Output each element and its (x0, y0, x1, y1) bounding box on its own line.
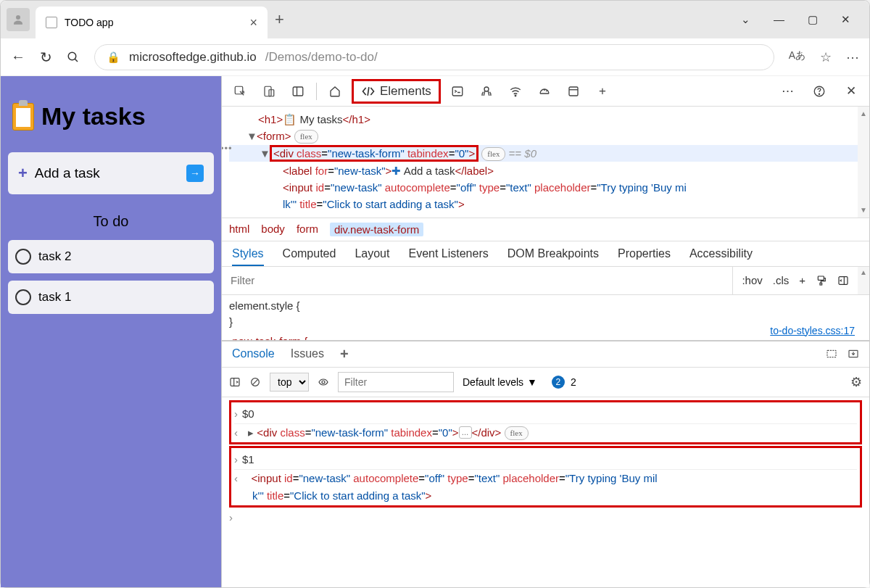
tab-issues[interactable]: Issues (291, 347, 324, 360)
task-item[interactable]: task 1 (8, 281, 214, 314)
elements-label: Elements (380, 84, 431, 99)
tab-layout[interactable]: Layout (355, 247, 389, 260)
element-style-selector: element.style { (229, 298, 862, 315)
hov-toggle[interactable]: :hov (742, 274, 762, 286)
tab-elements[interactable]: Elements (352, 79, 441, 104)
console-input-1: $1 (242, 453, 254, 465)
styles-scrollbar[interactable]: ▲ (858, 267, 869, 294)
clipboard-icon (12, 103, 34, 131)
crumb-form[interactable]: form (297, 223, 318, 236)
tab-accessibility[interactable]: Accessibility (689, 247, 753, 260)
expand-icon[interactable]: ▼ (260, 145, 270, 162)
plus-icon: + (18, 164, 28, 183)
task-radio-icon[interactable] (15, 249, 31, 265)
more-tabs-icon[interactable]: + (590, 80, 615, 102)
crumb-html[interactable]: html (229, 223, 249, 236)
expand-icon[interactable]: ▼ (246, 128, 257, 144)
url-input[interactable]: 🔒 microsoftedge.github.io/Demos/demo-to-… (94, 44, 774, 70)
console-icon[interactable] (445, 80, 470, 102)
add-drawer-tab-icon[interactable]: + (340, 346, 349, 363)
drawer-dock-icon[interactable] (848, 348, 859, 360)
dom-tree[interactable]: ••• <h1>📋 My tasks</h1> ▼<form> flex ▼<d… (222, 107, 869, 218)
drawer-expand-icon[interactable] (826, 348, 837, 360)
console-sidebar-icon[interactable] (229, 376, 241, 388)
application-icon[interactable] (561, 80, 586, 102)
svg-line-2 (75, 59, 78, 62)
tab-computed[interactable]: Computed (283, 247, 336, 260)
favorite-button[interactable]: ☆ (820, 49, 832, 65)
paint-icon[interactable] (816, 275, 827, 286)
performance-icon[interactable] (532, 80, 557, 102)
minimize-icon[interactable]: — (774, 13, 784, 26)
new-style-icon[interactable]: + (799, 274, 805, 286)
device-toggle-icon[interactable] (257, 80, 281, 102)
tab-console[interactable]: Console (232, 347, 275, 360)
back-button[interactable]: ← (11, 49, 25, 65)
address-bar: ← ↻ 🔒 microsoftedge.github.io/Demos/demo… (1, 38, 869, 76)
svg-line-24 (253, 379, 258, 384)
read-aloud-button[interactable]: Aあ (789, 49, 805, 65)
tab-dom-breakpoints[interactable]: DOM Breakpoints (508, 247, 599, 260)
flex-badge[interactable]: flex (481, 147, 505, 161)
drawer: Console Issues + top Default levels ▼ 2 (222, 340, 869, 588)
chevron-down-icon[interactable]: ⌄ (741, 13, 750, 26)
search-icon[interactable] (67, 51, 80, 64)
crumb-body[interactable]: body (261, 223, 285, 236)
dom-row-actions-icon[interactable]: ••• (222, 141, 233, 156)
add-task-input[interactable]: + Add a task → (8, 152, 214, 194)
dock-icon[interactable] (286, 80, 310, 102)
cls-toggle[interactable]: .cls (773, 274, 790, 286)
submit-task-button[interactable]: → (186, 165, 204, 182)
close-devtools-icon[interactable]: ✕ (839, 80, 863, 102)
svg-rect-19 (827, 350, 836, 357)
task-item[interactable]: task 2 (8, 240, 214, 273)
crumb-div[interactable]: div.new-task-form (330, 223, 423, 236)
toggle-sidebar-icon[interactable] (837, 275, 849, 286)
dom-scrollbar[interactable] (858, 107, 869, 218)
lock-icon: 🔒 (107, 51, 120, 64)
svg-rect-6 (293, 87, 303, 96)
network-icon[interactable] (503, 80, 528, 102)
titlebar: TODO app × + ⌄ — ▢ ✕ (1, 1, 869, 38)
maximize-icon[interactable]: ▢ (808, 13, 818, 26)
message-count-badge[interactable]: 2 (552, 376, 565, 389)
tab-properties[interactable]: Properties (618, 247, 671, 260)
refresh-button[interactable]: ↻ (40, 49, 52, 66)
profile-button[interactable] (7, 8, 30, 31)
svg-point-25 (322, 381, 325, 384)
styles-body[interactable]: element.style { } .new-task-form { to-do… (222, 295, 869, 340)
url-host: microsoftedge.github.io (129, 50, 257, 65)
flex-badge[interactable]: flex (294, 130, 318, 144)
clear-console-icon[interactable] (249, 376, 261, 388)
console-input-0: $0 (242, 407, 254, 420)
css-source-link[interactable]: to-do-styles.css:17 (770, 323, 855, 339)
help-icon[interactable] (807, 80, 832, 102)
welcome-icon[interactable] (323, 80, 347, 102)
new-tab-button[interactable]: + (275, 10, 284, 29)
browser-tab[interactable]: TODO app × (36, 7, 268, 38)
console-output[interactable]: ›$0 ‹ ▸<div class="new-task-form" tabind… (222, 397, 869, 588)
svg-rect-11 (569, 87, 578, 96)
count-text: 2 (571, 376, 576, 388)
sources-icon[interactable] (474, 80, 499, 102)
tab-event-listeners[interactable]: Event Listeners (408, 247, 488, 260)
tab-styles[interactable]: Styles (232, 247, 264, 266)
console-filter-input[interactable] (338, 372, 454, 392)
close-tab-icon[interactable]: × (249, 15, 257, 30)
more-icon[interactable]: ⋯ (846, 49, 859, 65)
newtask-rule: .new-task-form { (229, 335, 307, 340)
section-todo-title: To do (8, 213, 214, 230)
styles-filter-input[interactable] (222, 268, 732, 293)
flex-badge[interactable]: flex (505, 426, 529, 440)
devtools-toolbar: Elements + ⋯ ✕ (222, 76, 869, 107)
console-toolbar: top Default levels ▼ 2 2 ⚙ (222, 368, 869, 397)
task-radio-icon[interactable] (15, 289, 31, 305)
devtools-more-icon[interactable]: ⋯ (775, 80, 800, 102)
inspect-icon[interactable] (228, 80, 252, 102)
live-expression-icon[interactable] (318, 376, 329, 388)
svg-rect-8 (452, 87, 463, 96)
console-settings-icon[interactable]: ⚙ (850, 374, 862, 390)
log-levels-dropdown[interactable]: Default levels ▼ (463, 376, 537, 388)
close-window-icon[interactable]: ✕ (841, 13, 850, 26)
context-select[interactable]: top (270, 373, 309, 392)
